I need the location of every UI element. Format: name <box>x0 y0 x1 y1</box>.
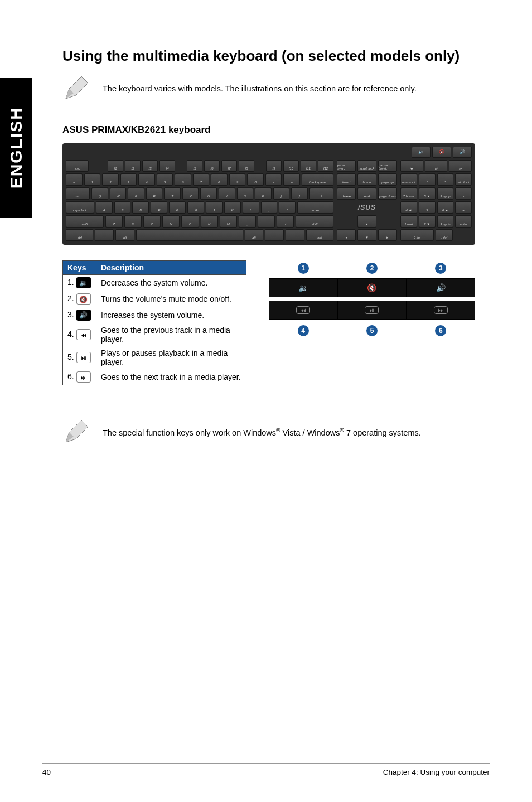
kb-key: esc <box>66 160 89 172</box>
kb-key: K <box>224 201 241 214</box>
kb-key <box>286 229 304 241</box>
kb-key: 6 <box>175 173 191 186</box>
language-tab: ENGLISH <box>0 78 32 218</box>
panel-next: ⏭ <box>407 301 475 320</box>
kb-key: prt scr sysrq <box>337 160 356 172</box>
kb-key: 6 ► <box>437 201 454 214</box>
kb-key: tab <box>66 187 90 200</box>
kb-key: R <box>146 187 163 200</box>
table-row: 4.⏮ Goes to the previous track in a medi… <box>63 323 246 346</box>
kb-key: f9 <box>266 160 282 172</box>
kb-key: T <box>164 187 181 200</box>
kb-key: ◄ <box>337 229 356 241</box>
row-num: 6. <box>67 371 74 380</box>
panel-voldown: 🔉 <box>269 278 337 297</box>
kb-key: f2 <box>125 160 141 172</box>
kb-key: 5 <box>157 173 173 186</box>
prev-track-icon: ⏮ <box>76 329 91 340</box>
th-desc: Description <box>96 260 246 274</box>
table-row: 3.🔊 Increases the system volume. <box>63 307 246 323</box>
kb-key: 0 ins <box>400 229 434 241</box>
page-heading: Using the multimedia keyboard (on select… <box>62 47 475 65</box>
page-footer: 40 Chapter 4: Using your computer <box>42 763 490 776</box>
kb-key: enter <box>297 201 333 214</box>
kb-key: shift <box>66 215 104 228</box>
callout-1: 1 <box>298 263 309 274</box>
kb-key: 1 <box>84 173 101 186</box>
kb-key: page up <box>378 173 397 186</box>
panel-prev: ⏮ <box>269 301 337 320</box>
media-key-table: Keys Description 1.🔉 Decreases the syste… <box>62 260 246 385</box>
kb-key: 8 ▲ <box>419 187 436 200</box>
mute-icon: 🔇 <box>76 293 91 305</box>
kb-key: ' <box>279 201 296 214</box>
kb-key: 5 <box>419 201 436 214</box>
play-pause-icon: ⏯ <box>76 352 91 363</box>
kb-key: 9 pgup <box>437 187 454 200</box>
table-row: 5.⏯ Plays or pauses playback in a media … <box>63 346 246 369</box>
kb-key: backspace <box>302 173 333 186</box>
kb-key: / <box>419 173 436 186</box>
kb-key: - <box>265 173 282 186</box>
kb-key: f1 <box>108 160 123 172</box>
kb-media-volup: 🔊 <box>453 147 472 158</box>
kb-key: f3 <box>142 160 158 172</box>
th-keys: Keys <box>63 260 96 274</box>
kb-key: U <box>200 187 217 200</box>
kb-key: home <box>357 173 376 186</box>
kb-key: f4 <box>159 160 175 172</box>
kb-key: ⏯ <box>425 160 448 172</box>
kb-key: 3 <box>120 173 137 186</box>
row-num: 1. <box>67 277 74 286</box>
kb-key: S <box>114 201 131 214</box>
kb-key: f8 <box>239 160 254 172</box>
page-number: 40 <box>42 768 51 776</box>
kb-key: ► <box>378 229 397 241</box>
kb-key: f6 <box>204 160 220 172</box>
kb-key: O <box>237 187 254 200</box>
row-desc: Plays or pauses playback in a media play… <box>96 346 246 369</box>
kb-key: C <box>143 215 161 228</box>
pencil-icon <box>62 75 89 102</box>
kb-key: L <box>243 201 259 214</box>
callout-3: 3 <box>435 263 446 274</box>
kb-key: 3 pgdn <box>437 215 454 228</box>
kb-key: 1 end <box>400 215 417 228</box>
kb-key: ⏮ <box>400 160 423 172</box>
kb-key-space <box>136 229 243 241</box>
kb-key: ] <box>291 187 308 200</box>
note-1: The keyboard varies with models. The ill… <box>62 75 475 102</box>
kb-key: N <box>201 215 218 228</box>
row-desc: Turns the volume's mute mode on/off. <box>96 291 246 307</box>
media-key-figure: 1 2 3 🔉 🔇 🔊 ⏮ ⏯ ⏭ 4 5 6 <box>269 260 475 341</box>
panel-play: ⏯ <box>337 301 406 320</box>
callout-5: 5 <box>366 325 378 336</box>
keyboard-illustration: 🔉 🔇 🔊 esc f1 f2 f3 f4 f5 f6 <box>62 143 475 245</box>
kb-key: end <box>357 187 376 200</box>
kb-key: win lock <box>455 173 472 186</box>
kb-asus-logo: /SUS <box>337 201 397 214</box>
kb-key: E <box>128 187 144 200</box>
kb-key: scroll lock <box>357 160 376 172</box>
kb-key: ; <box>261 201 278 214</box>
row-num: 4. <box>67 329 74 338</box>
kb-key: H <box>187 201 204 214</box>
vol-up-icon: 🔊 <box>76 310 91 321</box>
kb-key: / <box>277 215 294 228</box>
kb-key: 4 ◄ <box>400 201 417 214</box>
kb-key: page down <box>378 187 397 200</box>
kb-media-mute: 🔇 <box>432 147 451 158</box>
kb-key: X <box>124 215 142 228</box>
kb-key: ▼ <box>357 229 376 241</box>
table-row: 1.🔉 Decreases the system volume. <box>63 274 246 291</box>
row-desc: Goes to the previous track in a media pl… <box>96 323 246 346</box>
kb-key: W <box>110 187 127 200</box>
note-1-text: The keyboard varies with models. The ill… <box>103 84 417 93</box>
row-num: 3. <box>67 310 74 318</box>
kb-key: alt <box>245 229 264 241</box>
table-row: 6.⏭ Goes to the next track in a media pl… <box>63 369 246 385</box>
row-desc: Increases the system volume. <box>96 307 246 323</box>
row-num: 5. <box>67 352 74 361</box>
kb-key: 0 <box>247 173 264 186</box>
kb-key: f10 <box>283 160 299 172</box>
